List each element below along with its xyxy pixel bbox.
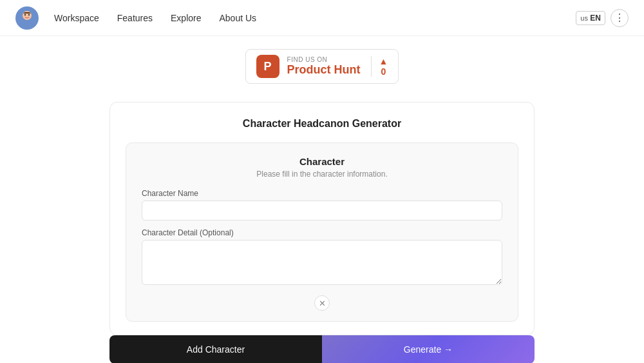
nav-about-us[interactable]: About Us (220, 13, 257, 23)
svg-point-3 (28, 14, 30, 15)
close-character-button[interactable]: ✕ (314, 295, 330, 311)
character-card-title: Character (142, 156, 502, 167)
navbar: Workspace Features Explore About Us us E… (0, 0, 644, 36)
votes-count: 0 (381, 66, 386, 77)
nav-features[interactable]: Features (117, 13, 153, 23)
character-detail-label: Character Detail (Optional) (142, 228, 502, 237)
product-hunt-name: Product Hunt (287, 63, 361, 77)
product-hunt-banner[interactable]: P FIND US ON Product Hunt ▲ 0 (245, 49, 399, 84)
language-selector[interactable]: us EN (576, 11, 605, 25)
nav-right: us EN ⋮ (576, 9, 629, 27)
character-card: Character Please fill in the character i… (126, 142, 518, 322)
upvote-arrow: ▲ (379, 56, 388, 66)
nav-workspace[interactable]: Workspace (54, 13, 99, 23)
tool-title: Character Headcanon Generator (110, 118, 534, 130)
logo[interactable] (15, 6, 39, 30)
character-card-subtitle: Please fill in the character information… (142, 170, 502, 179)
character-name-label: Character Name (142, 189, 502, 198)
product-hunt-icon: P (256, 55, 279, 78)
nav-explore[interactable]: Explore (171, 13, 201, 23)
tool-container: Character Headcanon Generator Character … (109, 102, 535, 335)
character-detail-input[interactable] (142, 240, 502, 285)
svg-point-2 (24, 14, 26, 15)
lang-code: EN (590, 14, 601, 23)
more-options-button[interactable]: ⋮ (611, 9, 629, 27)
lang-prefix: us (580, 14, 588, 22)
character-name-input[interactable] (142, 201, 502, 221)
svg-point-1 (21, 21, 33, 27)
main-content: P FIND US ON Product Hunt ▲ 0 Character … (0, 36, 644, 363)
action-row: Add Character Generate → (109, 335, 535, 363)
add-character-button[interactable]: Add Character (109, 335, 322, 363)
product-hunt-votes: ▲ 0 (371, 56, 388, 77)
product-hunt-text: FIND US ON Product Hunt (287, 56, 361, 77)
find-us-on-label: FIND US ON (287, 56, 361, 63)
generate-button[interactable]: Generate → (322, 335, 535, 363)
nav-links: Workspace Features Explore About Us (54, 13, 576, 23)
close-row: ✕ (142, 295, 502, 311)
